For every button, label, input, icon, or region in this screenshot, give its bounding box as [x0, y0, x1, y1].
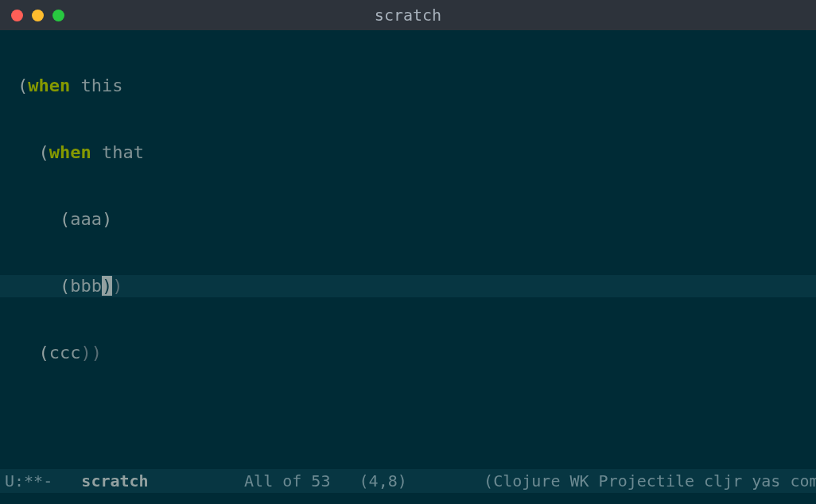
- open-paren: (: [39, 142, 49, 162]
- indent: [17, 343, 39, 362]
- maximize-icon[interactable]: [52, 10, 64, 21]
- symbol: aaa: [70, 209, 102, 229]
- modeline-buffer-name: scratch: [81, 471, 148, 490]
- close-icon[interactable]: [11, 10, 23, 21]
- close-paren: ): [102, 209, 112, 229]
- modeline-status: U:**-: [5, 471, 52, 490]
- indent: [17, 142, 39, 162]
- cursor: ): [102, 276, 112, 296]
- modeline-modes: (Clojure WK Projectile cljr yas company: [484, 471, 816, 490]
- modeline: U:**- scratch All of 53 (4,8) (Clojure W…: [0, 469, 816, 493]
- close-paren: ): [112, 276, 122, 296]
- keyword: when: [49, 142, 91, 162]
- traffic-lights: [0, 10, 64, 21]
- close-paren: ): [91, 343, 102, 362]
- code-line-current: (bbb)): [0, 275, 816, 297]
- symbol: ccc: [49, 343, 81, 362]
- indent: [17, 276, 60, 296]
- code-line: (when this: [0, 75, 816, 97]
- open-paren: (: [17, 76, 28, 95]
- open-paren: (: [60, 276, 70, 296]
- symbol: that: [102, 142, 144, 162]
- keyword: when: [28, 76, 70, 95]
- editor-area[interactable]: (when this (when that (aaa) (bbb)) (ccc)…: [0, 30, 816, 504]
- symbol: bbb: [70, 276, 102, 296]
- minibuffer[interactable]: [0, 493, 816, 504]
- code-line: (when that: [0, 142, 816, 164]
- titlebar: scratch: [0, 0, 816, 30]
- code-line: (ccc)): [0, 342, 816, 364]
- modeline-position: All of 53: [244, 471, 330, 490]
- open-paren: (: [60, 209, 70, 229]
- close-paren: ): [81, 343, 91, 362]
- space: [70, 76, 80, 95]
- open-paren: (: [39, 343, 49, 362]
- modeline-cursor-pos: (4,8): [359, 471, 407, 490]
- space: [91, 142, 102, 162]
- code-line: (aaa): [0, 208, 816, 231]
- symbol: this: [80, 76, 122, 95]
- minimize-icon[interactable]: [32, 10, 44, 21]
- indent: [17, 209, 60, 229]
- window-title: scratch: [375, 6, 441, 25]
